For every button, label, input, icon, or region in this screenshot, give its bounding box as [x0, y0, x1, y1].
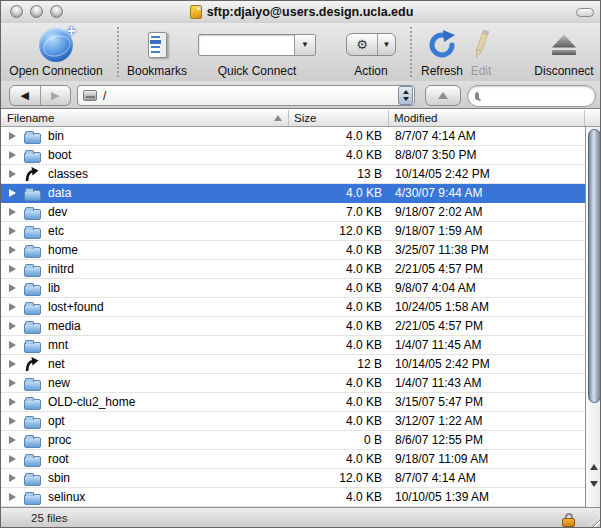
folder-icon	[24, 152, 41, 163]
title-bar[interactable]: sftp:djaiyo@users.design.ucla.edu	[1, 1, 601, 23]
scrollbar-thumb[interactable]	[588, 129, 601, 403]
table-row[interactable]: opt 4.0 KB 3/12/07 1:22 AM	[1, 412, 586, 431]
document-proxy-icon[interactable]	[190, 5, 202, 19]
table-row[interactable]: OLD-clu2_home 4.0 KB 3/15/07 5:47 PM	[1, 393, 586, 412]
disclosure-triangle-icon[interactable]	[9, 474, 16, 482]
disclosure-triangle-icon[interactable]	[9, 417, 16, 425]
file-size: 4.0 KB	[289, 243, 389, 257]
file-name: boot	[48, 148, 71, 162]
folder-icon	[24, 494, 41, 505]
forward-button[interactable]: ▶	[41, 86, 71, 105]
action-button[interactable]: ⚙ ▼ Action	[341, 26, 401, 80]
toolbar-toggle-pill[interactable]	[576, 8, 594, 17]
open-connection-button[interactable]: + Open Connection	[5, 26, 107, 80]
disclosure-triangle-icon[interactable]	[9, 341, 16, 349]
disk-icon	[83, 90, 97, 101]
disclosure-triangle-icon[interactable]	[9, 303, 16, 311]
folder-icon	[24, 285, 41, 296]
disclosure-triangle-icon[interactable]	[9, 322, 16, 330]
column-header-size[interactable]: Size	[289, 110, 389, 126]
zoom-button[interactable]	[50, 5, 63, 18]
disclosure-triangle-icon[interactable]	[9, 151, 16, 159]
table-row[interactable]: data 4.0 KB 4/30/07 9:44 AM	[1, 184, 586, 203]
table-row[interactable]: media 4.0 KB 2/21/05 4:57 PM	[1, 317, 586, 336]
quick-connect-combobox[interactable]: ▼	[198, 34, 316, 56]
table-row[interactable]: bin 4.0 KB 8/7/07 4:14 AM	[1, 127, 586, 146]
search-field[interactable]	[467, 85, 596, 107]
file-modified: 10/14/05 2:42 PM	[389, 357, 586, 371]
disclosure-triangle-icon[interactable]	[9, 493, 16, 501]
path-popup[interactable]: /	[77, 85, 415, 106]
scroll-down-button[interactable]	[586, 476, 601, 492]
vertical-scrollbar[interactable]	[585, 127, 601, 507]
chevron-down-icon: ▼	[377, 34, 395, 55]
path-stepper-icon[interactable]	[398, 86, 413, 105]
bookmarks-button[interactable]: Bookmarks	[123, 26, 191, 80]
file-modified: 9/18/07 11:09 AM	[389, 452, 586, 466]
file-modified: 8/8/07 3:50 PM	[389, 148, 586, 162]
file-list: bin 4.0 KB 8/7/07 4:14 AM boot 4.0 KB 8/…	[1, 127, 586, 507]
file-name: lib	[48, 281, 60, 295]
file-modified: 9/8/07 4:04 AM	[389, 281, 586, 295]
table-row[interactable]: classes 13 B 10/14/05 2:42 PM	[1, 165, 586, 184]
disclosure-triangle-icon[interactable]	[9, 170, 16, 178]
back-button[interactable]: ◀	[10, 86, 41, 105]
refresh-button[interactable]: Refresh	[415, 26, 469, 80]
file-modified: 4/30/07 9:44 AM	[389, 186, 586, 200]
file-modified: 9/18/07 1:59 AM	[389, 224, 586, 238]
disclosure-triangle-icon[interactable]	[9, 227, 16, 235]
bookmarks-label: Bookmarks	[123, 64, 191, 78]
table-row[interactable]: lost+found 4.0 KB 10/24/05 1:58 AM	[1, 298, 586, 317]
disclosure-triangle-icon[interactable]	[9, 398, 16, 406]
file-name: mnt	[48, 338, 68, 352]
minimize-button[interactable]	[30, 5, 43, 18]
file-modified: 3/25/07 11:38 PM	[389, 243, 586, 257]
file-modified: 10/24/05 1:58 AM	[389, 300, 586, 314]
table-row[interactable]: dev 7.0 KB 9/18/07 2:02 AM	[1, 203, 586, 222]
table-row[interactable]: etc 12.0 KB 9/18/07 1:59 AM	[1, 222, 586, 241]
table-row[interactable]: net 12 B 10/14/05 2:42 PM	[1, 355, 586, 374]
quick-connect-input[interactable]	[201, 36, 293, 54]
disclosure-triangle-icon[interactable]	[9, 208, 16, 216]
table-row[interactable]: boot 4.0 KB 8/8/07 3:50 PM	[1, 146, 586, 165]
table-row[interactable]: root 4.0 KB 9/18/07 11:09 AM	[1, 450, 586, 469]
disclosure-triangle-icon[interactable]	[9, 436, 16, 444]
column-header-modified[interactable]: Modified	[389, 110, 585, 126]
disclosure-triangle-icon[interactable]	[9, 379, 16, 387]
table-row[interactable]: home 4.0 KB 3/25/07 11:38 PM	[1, 241, 586, 260]
resize-grip[interactable]	[587, 514, 601, 528]
table-row[interactable]: mnt 4.0 KB 1/4/07 11:45 AM	[1, 336, 586, 355]
file-modified: 2/21/05 4:57 PM	[389, 262, 586, 276]
file-size: 4.0 KB	[289, 338, 389, 352]
disclosure-triangle-icon[interactable]	[9, 284, 16, 292]
table-row[interactable]: selinux 4.0 KB 10/10/05 1:39 AM	[1, 488, 586, 507]
file-name: new	[48, 376, 70, 390]
combo-dropdown-arrow-icon[interactable]: ▼	[294, 35, 315, 55]
table-row[interactable]: sbin 12.0 KB 8/7/07 4:14 AM	[1, 469, 586, 488]
disclosure-triangle-icon[interactable]	[9, 455, 16, 463]
file-name: initrd	[48, 262, 74, 276]
column-header-filename[interactable]: Filename	[1, 110, 289, 126]
close-button[interactable]	[10, 5, 23, 18]
go-up-button[interactable]	[425, 85, 461, 106]
disclosure-triangle-icon[interactable]	[9, 132, 16, 140]
table-header: Filename Size Modified	[1, 110, 601, 127]
table-row[interactable]: new 4.0 KB 1/4/07 11:43 AM	[1, 374, 586, 393]
table-row[interactable]: initrd 4.0 KB 2/21/05 4:57 PM	[1, 260, 586, 279]
scroll-up-button[interactable]	[586, 459, 601, 475]
file-count-label: 25 files	[31, 512, 67, 524]
disconnect-button[interactable]: Disconnect	[529, 26, 599, 80]
disclosure-triangle-icon[interactable]	[9, 189, 16, 197]
toolbar-separator	[410, 27, 412, 77]
disclosure-triangle-icon[interactable]	[9, 360, 16, 368]
table-row[interactable]: lib 4.0 KB 9/8/07 4:04 AM	[1, 279, 586, 298]
gear-icon: ⚙	[347, 34, 377, 55]
disclosure-triangle-icon[interactable]	[9, 246, 16, 254]
file-size: 4.0 KB	[289, 452, 389, 466]
table-row[interactable]: proc 0 B 8/6/07 12:55 PM	[1, 431, 586, 450]
file-name: dev	[48, 205, 67, 219]
disclosure-triangle-icon[interactable]	[9, 265, 16, 273]
search-input[interactable]	[484, 89, 601, 103]
title-group: sftp:djaiyo@users.design.ucla.edu	[190, 5, 414, 19]
file-name: opt	[48, 414, 65, 428]
